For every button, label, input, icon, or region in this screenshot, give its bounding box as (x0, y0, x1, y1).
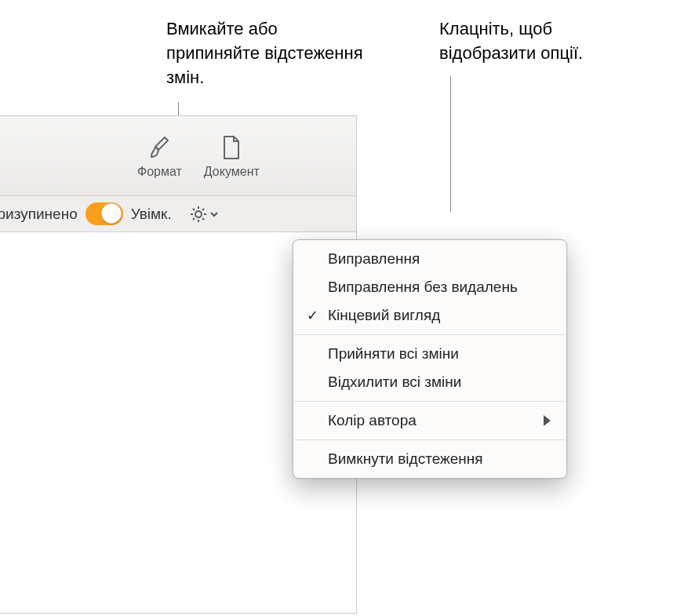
menu-item-final-view[interactable]: Кінцевий вигляд (293, 301, 566, 330)
menu-item-reject-all[interactable]: Відхилити всі зміни (293, 368, 566, 396)
chevron-right-icon (544, 415, 551, 426)
format-label: Формат (137, 165, 182, 179)
menu-item-author-color[interactable]: Колір автора (293, 406, 566, 435)
tracking-options-button[interactable] (184, 202, 224, 226)
toggle-knob (101, 203, 122, 224)
tracking-on-label: Увімк. (131, 206, 172, 223)
window-bottom-border (0, 613, 357, 614)
menu-item-label: Кінцевий вигляд (328, 307, 440, 324)
menu-divider (294, 334, 566, 335)
tracking-status-text: я: Призупинено (0, 206, 78, 223)
annotation-gear: Клацніть, щоб відобразити опції. (439, 17, 643, 66)
menu-item-disable-tracking[interactable]: Вимкнути відстеження (293, 445, 566, 473)
document-button[interactable]: Документ (204, 133, 260, 179)
menu-item-label: Колір автора (328, 412, 417, 429)
menu-item-accept-all[interactable]: Прийняти всі зміни (293, 340, 566, 368)
svg-point-0 (195, 211, 202, 217)
document-label: Документ (204, 165, 260, 179)
menu-item-corrections-no-deletions[interactable]: Виправлення без видалень (293, 273, 566, 301)
gear-icon (189, 205, 208, 224)
menu-item-label: Виправлення (328, 250, 420, 268)
document-icon (217, 133, 246, 162)
menu-item-label: Вимкнути відстеження (328, 450, 483, 468)
tracking-status-bar: я: Призупинено Увімк. (0, 196, 356, 232)
menu-item-label: Відхилити всі зміни (328, 374, 461, 391)
tracking-options-menu: Виправлення Виправлення без видалень Кін… (293, 239, 567, 479)
chevron-down-icon (209, 210, 219, 219)
menu-item-label: Прийняти всі зміни (328, 345, 459, 363)
format-button[interactable]: Формат (137, 133, 182, 179)
menu-item-corrections[interactable]: Виправлення (293, 245, 566, 273)
tracking-toggle[interactable] (86, 202, 123, 225)
annotation-toggle: Вмикайте або припиняйте відстеження змін… (166, 17, 370, 89)
menu-divider (294, 401, 566, 402)
toolbar: Формат Документ (0, 116, 356, 196)
menu-divider (294, 439, 566, 440)
paintbrush-icon (145, 133, 173, 162)
menu-item-label: Виправлення без видалень (328, 279, 518, 296)
callout-line-right (450, 76, 451, 212)
